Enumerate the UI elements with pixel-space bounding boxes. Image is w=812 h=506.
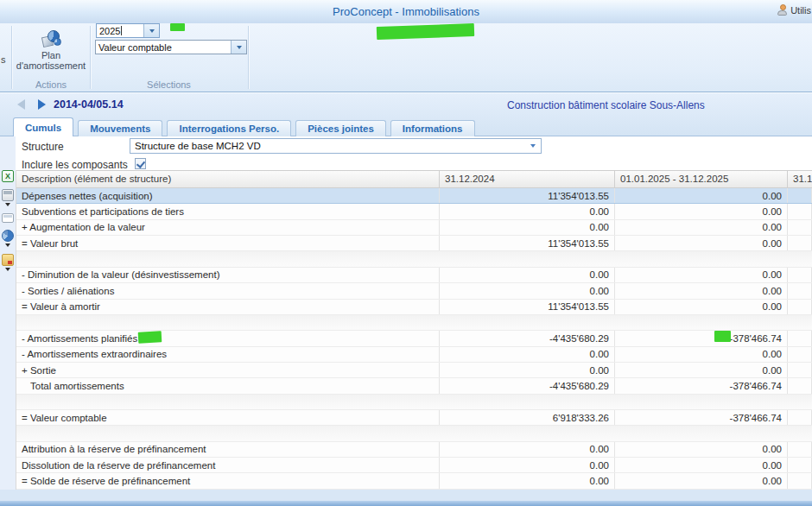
dropdown-arrow-icon xyxy=(5,268,10,271)
table-row[interactable]: Attribution à la réserve de préfinanceme… xyxy=(16,442,812,458)
table-cell: -4'435'680.29 xyxy=(440,331,615,345)
table-cell: 11'354'013.55 xyxy=(440,300,615,314)
table-row[interactable]: = Valeur à amortir11'354'013.550.00 xyxy=(16,300,812,315)
value-type-dropdown-button[interactable] xyxy=(231,41,246,54)
table-cell: = Valeur comptable xyxy=(16,410,440,425)
redaction-highlight xyxy=(714,331,731,342)
include-components-checkbox[interactable] xyxy=(135,158,146,169)
table-row-blank xyxy=(16,426,812,441)
table-cell xyxy=(440,395,615,409)
table-cell xyxy=(788,473,812,488)
window-title: ProConcept - Immobilisations xyxy=(333,5,479,18)
table-cell: 11'354'013.55 xyxy=(440,236,615,250)
table-cell xyxy=(788,331,812,345)
table-row[interactable]: - Amortissements planifiés-4'435'680.29-… xyxy=(16,331,812,346)
tab-informations[interactable]: Informations xyxy=(390,120,475,136)
table-row[interactable]: - Sorties / aliénations0.000.00 xyxy=(16,283,812,299)
table-cell: Dépenses nettes (acquisition) xyxy=(16,188,440,203)
excel-export-icon: X xyxy=(2,170,14,182)
table-row[interactable]: - Diminution de la valeur (désinvestisse… xyxy=(16,268,812,283)
value-type-value: Valeur comptable xyxy=(96,41,231,54)
table-cell xyxy=(615,395,788,409)
table-cell xyxy=(788,363,812,377)
value-type-combobox[interactable]: Valeur comptable xyxy=(95,40,247,54)
table-cell xyxy=(788,395,812,409)
table-row[interactable]: + Augmentation de la valeur0.000.00 xyxy=(16,220,812,236)
table-cell xyxy=(615,315,788,330)
chevron-down-icon xyxy=(149,29,155,33)
structure-value: Structure de base MCH2 VD xyxy=(135,141,525,151)
table-row[interactable]: Subventions et participations de tiers0.… xyxy=(16,204,812,219)
table-cell xyxy=(788,315,812,330)
table-cell: + Augmentation de la valeur xyxy=(16,220,440,235)
actions-group-label: Actions xyxy=(12,79,90,90)
table-row[interactable]: + Sortie0.000.00 xyxy=(16,363,812,378)
excel-export-button[interactable]: X xyxy=(2,170,14,182)
previous-record-button[interactable] xyxy=(17,99,25,110)
table-cell xyxy=(440,251,615,266)
table-cell xyxy=(788,347,812,362)
table-cell: 0.00 xyxy=(615,236,788,250)
column-header-2024[interactable]: 31.12.2024 xyxy=(440,171,615,187)
footer-bar xyxy=(0,501,812,506)
table-cell: - Amortissements planifiés xyxy=(16,331,440,345)
table-cell: 0.00 xyxy=(615,442,788,457)
table-cell xyxy=(16,395,440,409)
table-cell: 0.00 xyxy=(615,220,788,235)
column-header-next[interactable]: 31.12. xyxy=(788,171,812,187)
table-header: Description (élément de structure) 31.12… xyxy=(16,170,812,188)
table-cell: 0.00 xyxy=(440,220,615,235)
next-record-button[interactable] xyxy=(38,99,46,110)
table-cell: 0.00 xyxy=(440,458,615,472)
include-components-label: Inclure les composants xyxy=(22,159,128,171)
table-cell: - Sorties / aliénations xyxy=(16,283,440,298)
table-cell: 6'918'333.26 xyxy=(440,410,615,425)
card-view-button[interactable] xyxy=(2,213,14,223)
table-row[interactable]: Dépenses nettes (acquisition)11'354'013.… xyxy=(16,188,812,204)
print-preview-button[interactable] xyxy=(2,189,14,206)
chart-view-button[interactable] xyxy=(2,230,14,247)
table-cell: 0.00 xyxy=(440,204,615,218)
structure-label: Structure xyxy=(22,141,64,153)
folder-button[interactable] xyxy=(2,254,14,271)
user-menu[interactable]: Utilis xyxy=(777,4,811,16)
table-row[interactable]: Total amortissements-4'435'680.29-378'46… xyxy=(16,378,812,394)
table-cell xyxy=(788,442,812,457)
table-row[interactable]: = Solde de réserve de préfinancement0.00… xyxy=(16,473,812,489)
table-cell xyxy=(788,283,812,298)
table-cell: = Solde de réserve de préfinancement xyxy=(16,473,440,488)
tab-mouvements[interactable]: Mouvements xyxy=(78,120,162,136)
record-navigation-bar: 2014-04/05.14 Construction bâtiment scol… xyxy=(0,92,812,136)
content-area: X Structure Structure de base MCH2 VD In… xyxy=(0,136,812,490)
column-header-2025[interactable]: 01.01.2025 - 31.12.2025 xyxy=(615,171,788,187)
table-cell xyxy=(788,378,812,393)
title-bar: ProConcept - Immobilisations Utilis xyxy=(0,0,812,24)
table-row[interactable]: - Amortissements extraordinaires0.000.00 xyxy=(16,347,812,363)
table-cell xyxy=(440,426,615,440)
table-cell: 0.00 xyxy=(440,473,615,488)
tab-pièces-jointes[interactable]: Pièces jointes xyxy=(295,120,386,136)
table-cell: Attribution à la réserve de préfinanceme… xyxy=(16,442,440,457)
dropdown-arrow-icon xyxy=(5,244,10,247)
application-window: ProConcept - Immobilisations Utilis s Pl… xyxy=(0,0,812,506)
tab-interrogations-perso-[interactable]: Interrogations Perso. xyxy=(167,120,291,136)
table-row[interactable]: = Valeur brut11'354'013.550.00 xyxy=(16,236,812,251)
column-header-description[interactable]: Description (élément de structure) xyxy=(16,171,440,187)
table-cell xyxy=(16,426,440,440)
tab-cumuls[interactable]: Cumuls xyxy=(13,117,73,136)
selections-group-label: Sélections xyxy=(90,79,248,90)
year-dropdown-button[interactable] xyxy=(143,24,159,37)
table-cell: -378'466.74 xyxy=(615,331,788,345)
table-row[interactable]: Dissolution de la réserve de préfinancem… xyxy=(16,458,812,473)
year-combobox[interactable]: 2025 xyxy=(96,23,160,38)
redaction-highlight xyxy=(170,23,185,31)
structure-select[interactable]: Structure de base MCH2 VD xyxy=(130,138,542,154)
table-row-blank xyxy=(16,251,812,267)
table-cell: 0.00 xyxy=(615,300,788,314)
structure-dropdown-button[interactable] xyxy=(525,139,541,153)
table-cell xyxy=(788,204,812,218)
table-row[interactable]: = Valeur comptable6'918'333.26-378'466.7… xyxy=(16,410,812,426)
plan-amortissement-button[interactable]: Plan d'amortissement xyxy=(12,28,90,79)
table-cell: = Valeur à amortir xyxy=(16,300,440,314)
table-row-blank xyxy=(16,395,812,410)
